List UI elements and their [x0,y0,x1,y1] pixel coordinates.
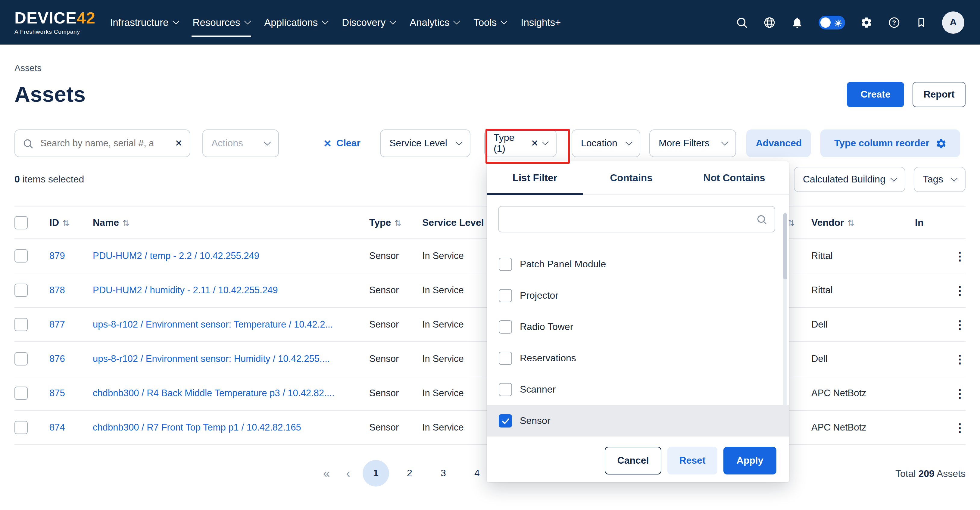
nav-item-resources[interactable]: Resources [191,0,251,44]
tags-dropdown[interactable]: Tags [914,167,966,192]
settings-gear-icon[interactable] [860,16,873,29]
row-checkbox[interactable] [14,249,28,262]
device42-logo[interactable]: DEVICE42 A Freshworks Company [14,10,95,35]
column-header-vendor[interactable]: Vendor⇅ [811,218,915,228]
cell-vendor: Dell [811,353,915,364]
top-navbar: DEVICE42 A Freshworks Company Infrastruc… [0,0,980,44]
filter-option-patch-panel-module[interactable]: Patch Panel Module [487,249,789,280]
globe-icon[interactable] [763,16,776,29]
row-checkbox[interactable] [14,386,28,400]
sort-icon[interactable]: ⇅ [395,218,401,227]
first-page-button[interactable]: « [319,466,334,480]
tab-not-contains[interactable]: Not Contains [679,161,789,194]
tab-list-filter[interactable]: List Filter [487,161,583,194]
apply-button[interactable]: Apply [724,447,776,475]
popover-search-input[interactable] [506,213,756,225]
checkbox-unchecked[interactable] [499,352,512,365]
column-header-name[interactable]: Name⇅ [93,218,369,228]
row-actions-kebab-icon[interactable]: ⋮ [954,388,966,399]
remove-type-filter-icon[interactable]: ✕ [531,138,538,149]
column-header-type[interactable]: Type⇅ [369,218,422,228]
checkbox-unchecked[interactable] [499,320,512,334]
row-checkbox[interactable] [14,352,28,365]
more-filters-label: More Filters [659,138,710,149]
more-filters-dropdown[interactable]: More Filters [650,129,737,157]
checkbox-unchecked[interactable] [499,289,512,302]
service-level-filter[interactable]: Service Level [380,129,471,157]
filter-option-projector[interactable]: Projector [487,280,789,311]
calculated-building-dropdown[interactable]: Calculated Building [794,167,905,192]
row-actions-kebab-icon[interactable]: ⋮ [954,284,966,296]
bookmark-icon[interactable] [916,17,927,28]
cancel-button[interactable]: Cancel [605,447,661,475]
cell-id-link[interactable]: 877 [49,319,65,330]
row-checkbox[interactable] [14,318,28,331]
row-actions-kebab-icon[interactable]: ⋮ [954,319,966,330]
breadcrumb[interactable]: Assets [14,63,966,73]
page-button-1[interactable]: 1 [363,460,389,486]
sort-icon[interactable]: ⇅ [63,218,69,227]
column-header-in[interactable]: In [915,218,944,228]
select-all-checkbox[interactable] [14,216,28,229]
cell-type: Sensor [369,251,422,261]
calculated-building-label: Calculated Building [803,174,885,185]
theme-toggle[interactable] [819,15,845,29]
user-avatar[interactable]: A [942,11,964,33]
location-filter[interactable]: Location [572,129,641,157]
filter-option-radio-tower[interactable]: Radio Tower [487,311,789,343]
page-button-2[interactable]: 2 [396,460,423,486]
clear-search-icon[interactable]: ✕ [175,138,183,149]
nav-item-analytics[interactable]: Analytics [408,0,460,44]
clear-filters-button[interactable]: ✕ Clear [323,138,361,149]
cell-id-link[interactable]: 879 [49,251,65,261]
sort-icon[interactable]: ⇅ [848,218,854,227]
report-button[interactable]: Report [913,82,966,107]
filter-option-scanner[interactable]: Scanner [487,374,789,405]
row-actions-kebab-icon[interactable]: ⋮ [954,353,966,365]
cell-id-link[interactable]: 875 [49,388,65,399]
reset-button[interactable]: Reset [667,447,718,475]
nav-item-infrastructure[interactable]: Infrastructure [109,0,179,44]
type-filter[interactable]: Type (1) ✕ [485,129,557,157]
filter-option-reservations[interactable]: Reservations [487,343,789,374]
cell-service-level: In Service [422,353,488,364]
cell-name-link[interactable]: ups-8-r102 / Environment sensor: Humidit… [93,342,369,376]
cell-id-link[interactable]: 878 [49,285,65,296]
previous-page-button[interactable]: ‹ [341,466,355,480]
cell-name-link[interactable]: ups-8-r102 / Environment sensor: Tempera… [93,308,369,342]
nav-item-insights[interactable]: Insights+ [520,0,562,44]
nav-item-discovery[interactable]: Discovery [340,0,396,44]
type-column-reorder-button[interactable]: Type column reorder [821,129,961,157]
nav-item-label: Discovery [342,17,385,28]
advanced-button[interactable]: Advanced [746,129,811,157]
search-icon[interactable] [735,16,748,29]
checkbox-unchecked[interactable] [499,383,512,396]
page-button-4[interactable]: 4 [464,460,490,486]
checkbox-checked[interactable] [499,414,512,427]
asset-search-input[interactable] [39,137,170,149]
actions-dropdown[interactable]: Actions [202,129,279,157]
filter-bar: ✕ Actions ✕ Clear Service Level Type (1)… [14,129,966,157]
nav-item-applications[interactable]: Applications [263,0,329,44]
help-icon[interactable]: ? [888,16,900,29]
page-button-3[interactable]: 3 [430,460,457,486]
column-header-id[interactable]: ID⇅ [49,218,93,228]
row-checkbox[interactable] [14,284,28,297]
cell-id-link[interactable]: 876 [49,353,65,364]
column-header-service-level[interactable]: Service Level [422,218,488,228]
cell-id-link[interactable]: 874 [49,422,65,433]
create-button[interactable]: Create [847,82,904,107]
row-actions-kebab-icon[interactable]: ⋮ [954,250,966,262]
cell-name-link[interactable]: PDU-HUM2 / temp - 2.2 / 10.42.255.249 [93,239,369,273]
row-actions-kebab-icon[interactable]: ⋮ [954,422,966,433]
filter-option-sensor[interactable]: Sensor [487,405,789,437]
nav-item-tools[interactable]: Tools [472,0,508,44]
cell-name-link[interactable]: PDU-HUM2 / humidity - 2.11 / 10.42.255.2… [93,273,369,307]
sort-icon[interactable]: ⇅ [123,218,129,227]
cell-name-link[interactable]: chdbnb300 / R4 Back Middle Temperature p… [93,377,369,410]
tab-contains[interactable]: Contains [583,161,679,194]
checkbox-unchecked[interactable] [499,258,512,271]
notifications-bell-icon[interactable] [791,16,803,29]
row-checkbox[interactable] [14,421,28,434]
cell-name-link[interactable]: chdbnb300 / R7 Front Top Temp p1 / 10.42… [93,411,369,444]
